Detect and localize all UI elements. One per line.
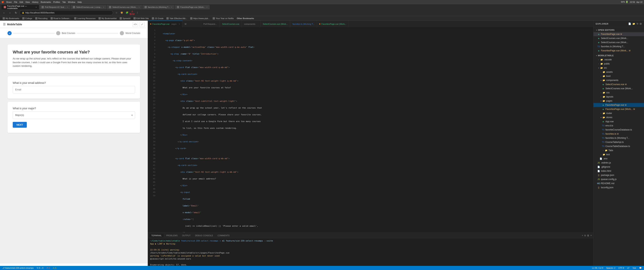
step-worst-courses[interactable]: Worst Courses xyxy=(120,31,140,35)
back-button[interactable]: ‹ xyxy=(2,10,6,15)
terminal-tab-output[interactable]: OUTPUT xyxy=(180,234,192,237)
tree-gitignore[interactable]: 📄 .gitignore xyxy=(594,165,644,169)
history-menu[interactable]: History xyxy=(32,1,38,3)
tab-close-icon[interactable]: × xyxy=(206,6,208,8)
code-content[interactable]: <template> <q-page class="q-pt-md"> <q-s… xyxy=(157,27,593,232)
open-editor-favoritespage-work[interactable]: ◈ FavoritesPage.vue (Work... M xyxy=(594,49,644,53)
tree-eslintrc[interactable]: JS .eslintrc.js xyxy=(594,161,644,165)
tab-close-icon[interactable]: × xyxy=(36,6,37,8)
open-editors-section[interactable]: ▾ OPEN EDITORS xyxy=(594,28,644,32)
address-bar[interactable]: 🔒 http://localhost:9000/favorites xyxy=(20,10,113,15)
tree-vscode[interactable]: › 📁 .vscode xyxy=(594,58,644,62)
new-file-icon[interactable]: 📄 xyxy=(628,23,631,25)
step-introduction[interactable] xyxy=(8,31,12,35)
browser-tab-5[interactable]: FavoritesPage.vue (Work... × xyxy=(175,5,210,9)
bookmark-edit-web-site[interactable]: Edit Web Site xyxy=(132,17,150,20)
tree-favoritespage-work[interactable]: ◈ FavoritesPage.vue (Work... M xyxy=(594,107,644,111)
editor-tab-selectcourses-work[interactable]: SelectCourses.vue (Work... xyxy=(260,21,290,27)
help-menu[interactable]: Help xyxy=(78,1,82,3)
terminal-tab-terminal[interactable]: TERMINAL xyxy=(150,234,164,237)
tree-coursetable-db[interactable]: TS CourseTableDatabase.ts xyxy=(594,144,644,148)
tree-favorite-course-db[interactable]: TS favoriteCourseDatabase.ts xyxy=(594,128,644,132)
collapse-all-icon[interactable]: ⊟ xyxy=(640,23,642,25)
tree-env[interactable]: 📄 .env xyxy=(594,157,644,161)
errors-status[interactable]: ✗ 0 xyxy=(46,267,50,269)
preview-expand-button[interactable]: ⤢ xyxy=(140,22,145,27)
error-button[interactable]: ⚠ Error xyxy=(130,11,134,15)
more-button[interactable]: ⋮ xyxy=(135,11,140,15)
tab-menu[interactable]: Tab xyxy=(62,1,66,3)
tree-tsconfig[interactable]: {} tsconfig.json xyxy=(594,185,644,190)
refresh-icon[interactable]: ↻ xyxy=(636,23,638,25)
bookmark-yale-effective[interactable]: Yale Effective Attr... xyxy=(165,17,188,20)
browser-tab-3[interactable]: SelectCourses.vue (Work... × xyxy=(107,5,142,9)
eol-status[interactable]: LF xyxy=(626,267,630,269)
tree-router[interactable]: › 📁 router xyxy=(594,111,644,115)
extensions-button[interactable]: 🧩 xyxy=(125,11,129,15)
tab-close-icon[interactable]: × xyxy=(179,23,180,25)
terminal-trash-icon[interactable]: 🗑 xyxy=(587,234,589,237)
preview-toggle-button[interactable]: </> xyxy=(133,22,138,27)
step-best-courses[interactable]: Best Courses xyxy=(56,31,75,35)
editor-tab-m[interactable]: M xyxy=(182,21,201,27)
bookmark-other[interactable]: Other Bookmarks xyxy=(236,17,255,20)
terminal-split-icon[interactable]: ⧉ xyxy=(584,234,586,237)
tree-pages[interactable]: ▾ 📂 pages xyxy=(594,99,644,103)
editor-tab-favoritespage-work[interactable]: FavoritesPage.vue (Work... xyxy=(317,21,349,27)
bookmark-my-bookmarks[interactable]: My Bookmarks xyxy=(2,17,20,20)
editor-tab-selectcourses[interactable]: SelectCourses.vue xyxy=(220,21,242,27)
line-col-status[interactable]: Ln 58, Col 9 xyxy=(592,267,604,269)
language-status[interactable]: Vue xyxy=(632,267,637,269)
tree-selectcourses[interactable]: ◈ SelectCourses.vue M xyxy=(594,82,644,86)
open-editor-selectcourses2[interactable]: ◈ SelectCourses.vue (Work... xyxy=(594,40,644,44)
browser-tab-4[interactable]: favorites.ts (Working T... × xyxy=(142,5,174,9)
open-editor-favorites-ts[interactable]: TS favorites.ts (Working T... xyxy=(594,44,644,49)
brave-shield-button[interactable]: 🦁 xyxy=(120,11,124,15)
tree-public[interactable]: › 📁 public xyxy=(594,62,644,66)
encoding-status[interactable]: UTF-8 xyxy=(618,267,625,269)
bookmark-js-grade[interactable]: JS Grade xyxy=(151,17,164,20)
terminal-tab-debug[interactable]: DEBUG CONSOLE xyxy=(193,234,215,237)
bookmark-learning-resources[interactable]: Learning Resources xyxy=(73,17,96,20)
terminal-add-icon[interactable]: + xyxy=(582,234,583,237)
tree-favoritespage[interactable]: ◈ FavoritesPage.vue M xyxy=(594,103,644,107)
hamburger-icon[interactable]: ☰ xyxy=(3,23,6,26)
tree-package-json[interactable]: {} package.json xyxy=(594,173,644,177)
file-menu[interactable]: File xyxy=(14,1,18,3)
spaces-status[interactable]: Spaces: 2 xyxy=(606,267,616,269)
browser-tab-active[interactable]: FavoritesPage.vue — mobiletable × xyxy=(2,5,39,9)
tree-src[interactable]: ▾ 📂 src xyxy=(594,66,644,70)
tree-quasar-config[interactable]: JS quasar.config.js xyxy=(594,177,644,181)
window-menu[interactable]: Window xyxy=(68,1,75,3)
bookmark-recruiting[interactable]: Recruiting xyxy=(34,17,49,20)
terminal-content[interactable]: ~/Code/table/mobiletable feature/sid-159… xyxy=(148,238,593,267)
editor-tab-favoritespage[interactable]: FavoritesPage.vue pages × xyxy=(148,21,182,27)
tree-layouts[interactable]: › 📁 layouts xyxy=(594,95,644,99)
bookmarks-menu[interactable]: Bookmarks xyxy=(40,1,51,3)
reload-button[interactable]: ↻ xyxy=(14,10,18,15)
tab-close-icon[interactable]: × xyxy=(103,6,104,8)
git-branch-status[interactable]: ⎇ feature/sid-159-select-revamps xyxy=(2,267,34,269)
tree-favorites-ts[interactable]: TS favorites.ts M xyxy=(594,132,644,136)
tree-app-vue[interactable]: ◈ App.vue xyxy=(594,119,644,123)
terminal-tab-problems[interactable]: PROBLEMS xyxy=(164,234,180,237)
bookmark-yipb[interactable]: https://www.yipb... xyxy=(189,17,211,20)
mobiletable-section[interactable]: ▾ MOBILETABLE xyxy=(594,53,644,58)
tree-favorites-ts-work[interactable]: TS favorites.ts (Working T... xyxy=(594,136,644,140)
profiles-menu[interactable]: Profiles xyxy=(53,1,60,3)
edit-menu[interactable]: Edit xyxy=(20,1,23,3)
forward-button[interactable]: › xyxy=(8,10,12,15)
next-button[interactable]: NEXT xyxy=(13,122,27,128)
bookmark-star-button[interactable]: ☆ xyxy=(114,11,119,15)
tab-close-icon[interactable]: × xyxy=(138,6,140,8)
browser-tab-2[interactable]: SelectCourses.vue | comp... × xyxy=(70,5,106,9)
tree-index-html[interactable]: 📄 index.html xyxy=(594,169,644,173)
tree-assets[interactable]: › 📁 assets xyxy=(594,70,644,74)
tab-close-icon[interactable]: × xyxy=(67,6,68,8)
bookmark-spreedd[interactable]: Spreedd xyxy=(118,17,132,20)
major-select[interactable]: Major(s) xyxy=(13,111,135,119)
tree-coursetable-api[interactable]: TS CourseTableApi.ts xyxy=(594,140,644,144)
open-editor-favoritespage[interactable]: ◈ FavoritesPage.vue M xyxy=(594,32,644,36)
tree-boot[interactable]: › 📁 boot xyxy=(594,74,644,78)
bookmark-college[interactable]: College xyxy=(21,17,33,20)
